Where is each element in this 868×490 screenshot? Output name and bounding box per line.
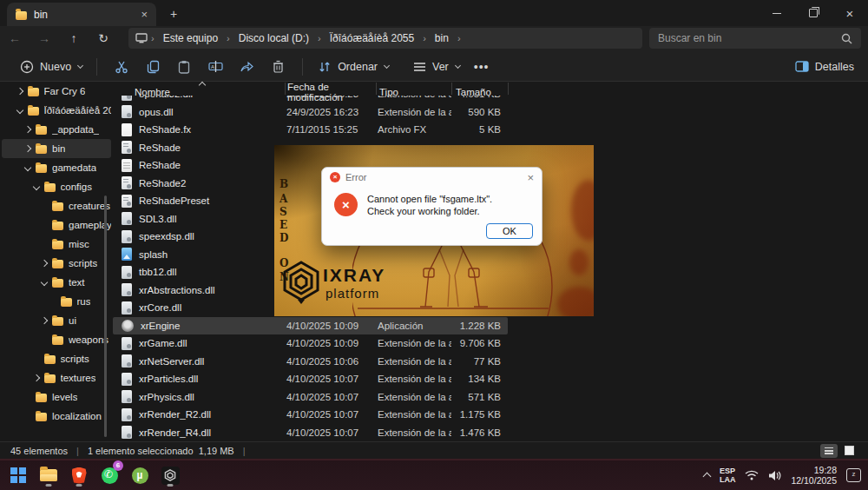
icons-view-toggle[interactable] bbox=[840, 444, 858, 458]
sidebar-item-misc[interactable]: misc bbox=[2, 235, 111, 254]
taskbar-whatsapp[interactable]: 6 bbox=[100, 464, 119, 487]
file-type-icon bbox=[122, 426, 132, 439]
tree-chevron-icon[interactable] bbox=[16, 107, 23, 114]
tree-chevron-icon[interactable] bbox=[41, 260, 48, 267]
paste-icon[interactable] bbox=[176, 59, 192, 75]
tray-overflow-chevron[interactable] bbox=[702, 473, 711, 481]
minimize-button[interactable] bbox=[759, 0, 795, 26]
details-view-toggle[interactable] bbox=[820, 444, 838, 458]
rename-icon[interactable]: A bbox=[207, 59, 223, 75]
sidebar-item-rus[interactable]: rus bbox=[2, 292, 111, 311]
file-row-xrphysics-dll[interactable]: xrPhysics.dll 4/10/2025 10:07 Extensión … bbox=[113, 388, 508, 407]
language-indicator[interactable]: ESP LAA bbox=[720, 467, 736, 484]
item-count: 45 elementos bbox=[10, 446, 68, 456]
crumb-este-equipo[interactable]: Este equipo bbox=[158, 32, 223, 44]
tree-chevron-icon[interactable] bbox=[24, 126, 31, 133]
file-size: 1.175 KB bbox=[451, 409, 508, 420]
taskbar-brave[interactable] bbox=[69, 464, 89, 487]
column-headers: Nombre Fecha de modificación Tipo Tamaño bbox=[113, 82, 512, 96]
tree-chevron-icon[interactable] bbox=[32, 374, 39, 381]
sidebar-scrollbar[interactable] bbox=[104, 195, 107, 437]
file-row-xrgame-dll[interactable]: xrGame.dll 4/10/2025 10:09 Extensión de … bbox=[113, 334, 508, 353]
details-pane-button[interactable]: Detalles bbox=[795, 61, 854, 73]
sidebar-item-ui[interactable]: ui bbox=[2, 311, 111, 330]
volume-icon[interactable] bbox=[768, 470, 781, 481]
search-input[interactable]: Buscar en bin bbox=[649, 28, 861, 49]
sidebar-item-configs[interactable]: configs bbox=[2, 177, 111, 196]
file-row-xrparticles-dll[interactable]: xrParticles.dll 4/10/2025 10:07 Extensió… bbox=[113, 370, 508, 388]
toolbar-divider bbox=[96, 58, 97, 76]
crumb-game-folder[interactable]: Ïðîáóæäåíèå 2055 bbox=[325, 32, 419, 44]
file-name: ReShade2 bbox=[139, 178, 186, 189]
tree-chevron-icon[interactable] bbox=[16, 88, 23, 95]
new-button[interactable]: Nuevo bbox=[14, 59, 88, 75]
tree-chevron-icon[interactable] bbox=[41, 279, 48, 286]
sidebar-item-levels[interactable]: levels bbox=[2, 387, 111, 407]
tree-item-label: localization bbox=[52, 411, 102, 421]
notification-center-icon[interactable]: z bbox=[846, 468, 861, 482]
ok-button[interactable]: OK bbox=[486, 223, 533, 239]
taskbar-game[interactable] bbox=[161, 464, 180, 487]
sidebar-item-bin[interactable]: bin bbox=[2, 139, 111, 158]
column-separator[interactable] bbox=[376, 83, 377, 95]
cut-icon[interactable] bbox=[114, 59, 129, 75]
delete-icon[interactable] bbox=[270, 59, 286, 75]
share-icon[interactable] bbox=[239, 59, 254, 75]
sidebar-item-text[interactable]: text bbox=[2, 273, 111, 292]
file-row-xrengine[interactable]: xrEngine 4/10/2025 10:09 Aplicación 1.22… bbox=[113, 317, 508, 335]
file-row-xrnetserver-dll[interactable]: xrNetServer.dll 4/10/2025 10:06 Extensió… bbox=[113, 353, 508, 371]
crumb-disco-local[interactable]: Disco local (D:) bbox=[233, 32, 314, 44]
taskbar-utorrent[interactable]: µ bbox=[130, 464, 149, 487]
clock[interactable]: 19:28 12/10/2025 bbox=[791, 465, 837, 486]
crumb-bin[interactable]: bin bbox=[430, 32, 454, 44]
tree-chevron-icon[interactable] bbox=[32, 183, 39, 190]
column-separator[interactable] bbox=[285, 83, 286, 95]
wifi-icon[interactable] bbox=[745, 470, 759, 480]
breadcrumb[interactable]: › Este equipo › Disco local (D:) › Ïðîáó… bbox=[128, 28, 642, 49]
sidebar-item-scripts[interactable]: scripts bbox=[2, 349, 111, 368]
file-row-reshade-fx[interactable]: ReShade.fx 7/11/2015 15:25 Archivo FX 5 … bbox=[113, 121, 508, 139]
tree-chevron-icon[interactable] bbox=[24, 164, 31, 171]
explorer-tab[interactable]: bin × bbox=[7, 3, 156, 26]
folder-icon bbox=[52, 241, 63, 249]
dialog-close-icon[interactable]: × bbox=[527, 171, 534, 184]
date: 12/10/2025 bbox=[791, 475, 837, 486]
sidebar-item-textures[interactable]: textures bbox=[2, 368, 111, 387]
sidebar-item-scripts[interactable]: scripts bbox=[2, 254, 111, 273]
tree-item-label: misc bbox=[69, 239, 89, 249]
tree-chevron-icon[interactable] bbox=[24, 145, 31, 152]
close-button[interactable]: × bbox=[832, 0, 868, 26]
refresh-button[interactable]: ↻ bbox=[89, 31, 118, 45]
tree-chevron-icon[interactable] bbox=[41, 317, 48, 324]
tree-item-label: scripts bbox=[69, 258, 97, 268]
sort-button[interactable]: Ordenar bbox=[312, 59, 394, 75]
tab-close-icon[interactable]: × bbox=[141, 9, 148, 20]
file-row-xrrender-r4-dll[interactable]: xrRender_R4.dll 4/10/2025 10:07 Extensió… bbox=[113, 424, 508, 442]
sidebar-item--appdata-[interactable]: _appdata_ bbox=[2, 120, 111, 139]
new-tab-button[interactable]: + bbox=[170, 7, 177, 21]
folder-icon bbox=[36, 145, 47, 154]
sidebar-item-gameplay[interactable]: gameplay bbox=[2, 215, 111, 235]
column-separator[interactable] bbox=[508, 83, 509, 95]
file-row-xrrender-r2-dll[interactable]: xrRender_R2.dll 4/10/2025 10:07 Extensió… bbox=[113, 406, 508, 424]
sidebar-item-gamedata[interactable]: gamedata bbox=[2, 158, 111, 177]
start-button[interactable] bbox=[9, 464, 28, 487]
sort-ascending-icon bbox=[199, 82, 206, 89]
sidebar-item-far-cry-6[interactable]: Far Cry 6 bbox=[2, 82, 111, 101]
more-options-icon[interactable]: ••• bbox=[474, 60, 490, 74]
crumb-separator: › bbox=[227, 33, 230, 43]
forward-button[interactable]: → bbox=[30, 31, 59, 45]
copy-icon[interactable] bbox=[145, 59, 161, 75]
taskbar-file-explorer[interactable] bbox=[39, 464, 58, 487]
sidebar-item-creatures[interactable]: creatures bbox=[2, 196, 111, 215]
column-separator[interactable] bbox=[451, 83, 452, 95]
view-button[interactable]: Ver bbox=[406, 59, 465, 75]
up-button[interactable]: ↑ bbox=[59, 31, 89, 45]
file-row-opus-dll[interactable]: opus.dll 24/9/2025 16:23 Extensión de la… bbox=[113, 103, 508, 122]
restore-button[interactable] bbox=[795, 0, 832, 26]
sidebar-item-localization[interactable]: localization bbox=[2, 407, 111, 426]
sidebar-item--2055[interactable]: Ïðîáóæäåíèå 2055 bbox=[2, 101, 111, 120]
back-button[interactable]: ← bbox=[0, 31, 30, 45]
sidebar-item-weapons[interactable]: weapons bbox=[2, 330, 111, 349]
file-row-openal32-dll[interactable]: openal32.dll 24/9/2025 16:23 Extensión d… bbox=[113, 96, 508, 103]
